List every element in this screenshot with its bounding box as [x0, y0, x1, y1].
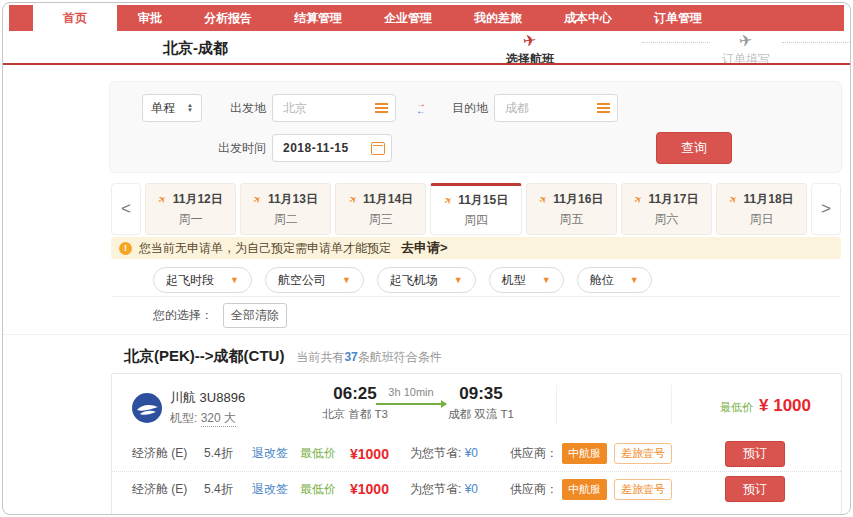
date-tab-day: 周二: [274, 211, 298, 228]
nav-item[interactable]: 企业管理: [363, 5, 453, 31]
step-label: 订单填写: [722, 51, 770, 68]
lowest-price-label: 最低价: [720, 400, 753, 415]
from-field-box: [272, 94, 396, 122]
chevron-down-icon: ▼: [542, 275, 551, 285]
date-tab-top: ✈ 11月15日: [444, 192, 508, 209]
filter-label: 起飞机场: [390, 272, 438, 289]
apply-link[interactable]: 去申请>: [401, 239, 448, 257]
airline-flight-no: 川航 3U8896: [170, 389, 245, 407]
nav-item[interactable]: 我的差旅: [453, 5, 543, 31]
filter-dropdown[interactable]: 机型 ▼: [489, 267, 564, 293]
supplier-badge-secondary[interactable]: 差旅壹号: [614, 479, 672, 500]
date-field-box: [272, 134, 392, 162]
discount: 5.4折: [204, 445, 252, 462]
supplier-badge-secondary[interactable]: 差旅壹号: [614, 443, 672, 464]
date-tab[interactable]: ✈ 11月13日 周二: [240, 183, 331, 235]
arrival-time: 09:35: [438, 384, 524, 404]
prev-dates-button[interactable]: <: [111, 183, 141, 235]
supplier-badge-primary[interactable]: 中航服: [562, 479, 607, 500]
plane-icon: ✈: [441, 193, 454, 207]
filter-dropdown[interactable]: 舱位 ▼: [577, 267, 652, 293]
date-tab[interactable]: ✈ 11月12日 周一: [145, 183, 236, 235]
nav-left-block: [9, 5, 33, 31]
notice-bar: ! 您当前无申请单，为自己预定需申请单才能预定 去申请>: [111, 237, 841, 259]
supplier-label: 供应商：: [510, 445, 558, 462]
search-button[interactable]: 查询: [656, 132, 732, 164]
to-label: 目的地: [432, 94, 488, 122]
cabin-class: 经济舱 (E): [132, 481, 204, 498]
date-tab-date: 11月18日: [744, 191, 794, 208]
chevron-down-icon: ▼: [342, 275, 351, 285]
header-divider: [3, 63, 850, 65]
nav-item[interactable]: 审批: [117, 5, 183, 31]
notice-text: 您当前无申请单，为自己预定需申请单才能预定: [139, 240, 391, 257]
selection-row: 您的选择： 全部清除: [153, 303, 287, 328]
nav-item-label: 企业管理: [384, 10, 432, 27]
nav-item-label: 分析报告: [204, 10, 252, 27]
filter-bar: 起飞时段 ▼ 航空公司 ▼ 起飞机场 ▼ 机型 ▼ 舱位 ▼: [153, 267, 652, 293]
date-tab-top: ✈ 11月14日: [349, 191, 413, 208]
nav-item[interactable]: 分析报告: [183, 5, 273, 31]
warning-icon: !: [119, 242, 132, 255]
date-tab[interactable]: ✈ 11月15日 周四: [430, 183, 521, 235]
flight-duration: 3h 10min: [376, 386, 446, 398]
filter-dropdown[interactable]: 航空公司 ▼: [265, 267, 364, 293]
refund-policy-link[interactable]: 退改签: [252, 481, 300, 498]
calendar-icon[interactable]: [371, 142, 385, 155]
nav-item[interactable]: 结算管理: [273, 5, 363, 31]
plane-icon: ✈: [727, 192, 740, 206]
top-nav: 首页 审批 分析报告 结算管理 企业管理 我的差旅: [9, 5, 844, 31]
city-list-icon[interactable]: [597, 107, 610, 109]
date-tab-date: 11月17日: [648, 191, 698, 208]
date-tab[interactable]: ✈ 11月18日 周日: [716, 183, 807, 235]
step-connector: [782, 42, 850, 43]
date-tab-day: 周三: [369, 211, 393, 228]
plane-icon: ✈: [537, 192, 550, 206]
supplier-badge-primary[interactable]: 中航服: [562, 443, 607, 464]
page-title: 北京-成都: [163, 39, 228, 58]
departure-airport: 北京 首都 T3: [318, 407, 392, 422]
fare-row: 经济舱 (E) 5.4折 退改签 最低价 ¥1000 为您节省: ¥0 供应商：…: [112, 436, 841, 471]
date-tab[interactable]: ✈ 11月14日 周三: [335, 183, 426, 235]
nav-item[interactable]: 首页: [33, 5, 117, 31]
date-label: 出发时间: [210, 134, 266, 162]
filter-label: 起飞时段: [166, 272, 214, 289]
to-input[interactable]: [503, 100, 596, 116]
chevron-down-icon: ▼: [454, 275, 463, 285]
date-tab-top: ✈ 11月17日: [634, 191, 698, 208]
nav-item-label: 结算管理: [294, 10, 342, 27]
airline-block: 川航 3U8896 机型: 320 大: [132, 389, 245, 427]
refund-policy-link[interactable]: 退改签: [252, 445, 300, 462]
nav-item[interactable]: 成本中心: [543, 5, 633, 31]
trip-type-select[interactable]: 单程 ▲▼: [142, 94, 202, 122]
date-tab[interactable]: ✈ 11月17日 周六: [621, 183, 712, 235]
nav-items: 首页 审批 分析报告 结算管理 企业管理 我的差旅: [33, 5, 723, 31]
nav-item-label: 订单管理: [654, 10, 702, 27]
plane-icon: ✈: [738, 32, 754, 50]
aircraft-value[interactable]: 320 大: [201, 411, 236, 427]
swap-cities-icon[interactable]: →←: [416, 100, 426, 114]
app-window: 首页 审批 分析报告 结算管理 企业管理 我的差旅: [2, 2, 851, 515]
book-button[interactable]: 预订: [725, 441, 785, 467]
savings-label: 为您节省:: [410, 482, 461, 496]
discount: 5.4折: [204, 481, 252, 498]
airline-logo: [132, 393, 162, 423]
filter-dropdown[interactable]: 起飞时段 ▼: [153, 267, 252, 293]
filter-dropdown[interactable]: 起飞机场 ▼: [377, 267, 476, 293]
nav-item[interactable]: 订单管理: [633, 5, 723, 31]
date-tab-day: 周一: [179, 211, 203, 228]
from-input[interactable]: [281, 100, 374, 116]
fare-row: 经济舱 (E) 5.4折 退改签 最低价 ¥1000 为您节省: ¥0 供应商：…: [112, 471, 841, 506]
date-tab-date: 11月13日: [268, 191, 318, 208]
book-button[interactable]: 预订: [725, 476, 785, 502]
filter-label: 舱位: [590, 272, 614, 289]
nav-item-label: 审批: [138, 10, 162, 27]
date-tab-date: 11月16日: [553, 191, 603, 208]
step-connector: [642, 42, 710, 43]
date-tab-top: ✈ 11月16日: [539, 191, 603, 208]
date-input[interactable]: [281, 140, 371, 156]
clear-all-button[interactable]: 全部清除: [223, 303, 287, 328]
next-dates-button[interactable]: >: [811, 183, 841, 235]
date-tab[interactable]: ✈ 11月16日 周五: [526, 183, 617, 235]
city-list-icon[interactable]: [375, 107, 388, 109]
